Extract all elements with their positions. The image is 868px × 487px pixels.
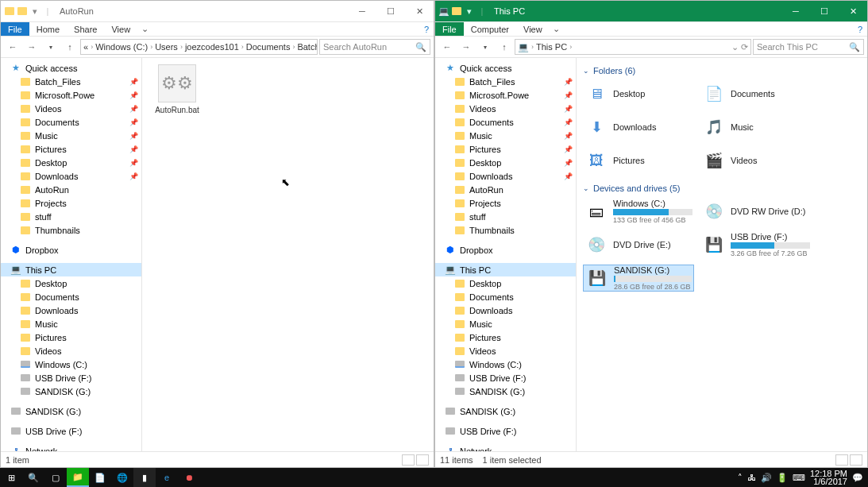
sidebar-item[interactable]: AutoRun (435, 183, 576, 196)
folder-tile[interactable]: 🖥Desktop (583, 80, 694, 107)
folder-tile[interactable]: ⬇Downloads (583, 114, 694, 141)
sidebar-item[interactable]: Downloads (1, 303, 141, 317)
minimize-button[interactable]: ─ (781, 1, 810, 22)
sidebar-item[interactable]: Music📌 (1, 129, 141, 142)
qat-dropdown-icon[interactable]: ▾ (29, 6, 41, 17)
qat-dropdown-icon[interactable]: ▾ (464, 6, 475, 17)
addr-dropdown-icon[interactable]: ⌄ (731, 42, 739, 52)
tab-view[interactable]: View (104, 22, 137, 36)
up-button[interactable]: ↑ (496, 38, 513, 56)
forward-button[interactable]: → (23, 38, 41, 56)
sidebar-item[interactable]: Documents📌 (1, 115, 141, 129)
qat-icon[interactable] (451, 6, 462, 17)
tab-computer[interactable]: Computer (464, 22, 516, 36)
view-details-button[interactable] (402, 454, 415, 466)
navigation-pane[interactable]: ★Quick accessBatch_Files📌Microsoft.Powe📌… (1, 58, 142, 451)
tab-file[interactable]: File (1, 22, 29, 36)
sidebar-item[interactable]: Documents (435, 290, 576, 303)
sidebar-item[interactable]: USB Drive (F:) (435, 371, 576, 385)
sidebar-item[interactable]: stuff (1, 210, 141, 223)
edge-taskbar-icon[interactable]: e (156, 468, 178, 487)
sidebar-item[interactable]: AutoRun (1, 183, 141, 196)
back-button[interactable]: ← (438, 38, 456, 56)
tray-volume-icon[interactable]: 🔊 (761, 473, 772, 483)
forward-button[interactable]: → (457, 38, 475, 56)
drive-tile[interactable]: 💾USB Drive (F:)3.26 GB free of 7.26 GB (700, 231, 812, 258)
sidebar-item[interactable]: ★Quick access (435, 61, 576, 75)
sidebar-item[interactable]: Projects (1, 196, 141, 210)
tray-keyboard-icon[interactable]: ⌨ (793, 473, 805, 483)
clock[interactable]: 12:18 PM 1/6/2017 (810, 470, 847, 485)
folder-tile[interactable]: 🎬Videos (700, 147, 812, 174)
sidebar-item[interactable]: Batch_Files📌 (1, 75, 141, 88)
sidebar-item[interactable]: ★Quick access (1, 61, 141, 75)
sidebar-item[interactable]: 💻This PC (1, 263, 141, 276)
sidebar-item[interactable]: stuff (435, 210, 576, 223)
ribbon-expand-icon[interactable]: ⌄ (550, 24, 564, 34)
sidebar-item[interactable]: Pictures (435, 330, 576, 344)
sidebar-item[interactable]: USB Drive (F:) (435, 424, 576, 438)
sidebar-item[interactable]: 🖧Network (435, 444, 576, 451)
tab-share[interactable]: Share (67, 22, 104, 36)
sidebar-item[interactable]: Downloads📌 (1, 169, 141, 183)
view-icons-button[interactable] (850, 454, 862, 466)
help-icon[interactable]: ? (853, 25, 867, 34)
sidebar-item[interactable]: ⬢Dropbox (1, 243, 141, 257)
sidebar-item[interactable]: Videos (1, 344, 141, 358)
maximize-button[interactable]: ☐ (810, 1, 839, 22)
group-header-devices[interactable]: ⌄ Devices and drives (5) (583, 184, 861, 193)
sidebar-item[interactable]: SANDISK (G:) (1, 404, 141, 418)
titlebar[interactable]: 💻 ▾ | This PC ─ ☐ ✕ (435, 1, 867, 22)
minimize-button[interactable]: ─ (348, 1, 376, 22)
sidebar-item[interactable]: ⬢Dropbox (435, 243, 576, 257)
up-button[interactable]: ↑ (61, 38, 79, 56)
search-button[interactable]: 🔍 (22, 468, 44, 487)
sidebar-item[interactable]: Desktop📌 (1, 156, 141, 169)
recorder-taskbar-icon[interactable]: ⏺ (178, 468, 200, 487)
explorer-taskbar-icon[interactable]: 📁 (67, 468, 89, 487)
sidebar-item[interactable]: Documents📌 (435, 115, 576, 129)
help-icon[interactable]: ? (419, 25, 434, 34)
sidebar-item[interactable]: Pictures📌 (435, 142, 576, 156)
drive-tile[interactable]: 💿DVD RW Drive (D:) (700, 198, 812, 225)
file-item[interactable]: ⚙⚙ AutoRun.bat (149, 64, 206, 114)
sidebar-item[interactable]: Pictures📌 (1, 142, 141, 156)
tray-chevron-icon[interactable]: ˄ (738, 473, 743, 483)
maximize-button[interactable]: ☐ (376, 1, 405, 22)
close-button[interactable]: ✕ (839, 1, 867, 22)
sidebar-item[interactable]: USB Drive (F:) (1, 371, 141, 385)
qat-icon[interactable] (17, 6, 28, 17)
sidebar-item[interactable]: Windows (C:) (1, 358, 141, 371)
folder-tile[interactable]: 📄Documents (700, 80, 812, 107)
sidebar-item[interactable]: SANDISK (G:) (435, 404, 576, 418)
sidebar-item[interactable]: Microsoft.Powe📌 (1, 88, 141, 102)
tab-file[interactable]: File (435, 22, 464, 36)
cmd-taskbar-icon[interactable]: ▮ (133, 468, 156, 487)
notepadpp-taskbar-icon[interactable]: 📄 (89, 468, 111, 487)
sidebar-item[interactable]: USB Drive (F:) (1, 424, 141, 438)
sidebar-item[interactable]: SANDISK (G:) (1, 385, 141, 398)
sidebar-item[interactable]: Microsoft.Powe📌 (435, 88, 576, 102)
recent-dropdown[interactable]: ▾ (476, 38, 494, 56)
chrome-taskbar-icon[interactable]: 🌐 (111, 468, 133, 487)
tab-home[interactable]: Home (29, 22, 67, 36)
sidebar-item[interactable]: Pictures (1, 330, 141, 344)
sidebar-item[interactable]: Desktop (435, 276, 576, 290)
sidebar-item[interactable]: SANDISK (G:) (435, 385, 576, 398)
search-box[interactable]: Search This PC 🔍 (753, 39, 864, 55)
sidebar-item[interactable]: Thumbnails (435, 223, 576, 237)
notifications-icon[interactable]: 💬 (852, 473, 863, 483)
sidebar-item[interactable]: Projects (435, 196, 576, 210)
folder-tile[interactable]: 🎵Music (700, 114, 812, 141)
tray-network-icon[interactable]: 🖧 (747, 473, 756, 482)
close-button[interactable]: ✕ (405, 1, 434, 22)
address-bar[interactable]: 💻› This PC› ⌄ ⟳ (515, 39, 751, 55)
sidebar-item[interactable]: Thumbnails (1, 223, 141, 237)
back-button[interactable]: ← (4, 38, 21, 56)
search-box[interactable]: Search AutoRun 🔍 (319, 39, 430, 55)
sidebar-item[interactable]: Downloads📌 (435, 169, 576, 183)
titlebar[interactable]: ▾ | AutoRun ─ ☐ ✕ (1, 1, 434, 22)
sidebar-item[interactable]: Videos📌 (435, 102, 576, 115)
sidebar-item[interactable]: Documents (1, 290, 141, 303)
taskview-button[interactable]: ▢ (44, 468, 67, 487)
